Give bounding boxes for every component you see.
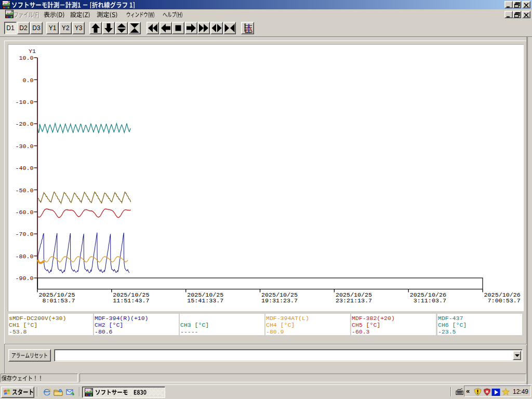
svg-text:23:21:13.7: 23:21:13.7 <box>336 297 372 304</box>
svg-text:-60.0: -60.0 <box>15 209 33 216</box>
svg-text:-40.0: -40.0 <box>15 165 33 172</box>
svg-text:19:31:23.7: 19:31:23.7 <box>261 297 298 304</box>
svg-text:15:41:33.7: 15:41:33.7 <box>187 297 223 304</box>
svg-text:11:51:43.7: 11:51:43.7 <box>113 297 149 304</box>
svg-text:-70.0: -70.0 <box>15 231 33 238</box>
svg-text:8:01:53.7: 8:01:53.7 <box>39 297 75 304</box>
svg-text:Y1: Y1 <box>29 48 36 55</box>
svg-text:-80.0: -80.0 <box>15 253 33 260</box>
svg-text:10.0: 10.0 <box>19 55 33 62</box>
svg-text:7:00:53.7: 7:00:53.7 <box>484 297 521 304</box>
svg-text:3:11:03.7: 3:11:03.7 <box>410 297 446 304</box>
svg-text:-50.0: -50.0 <box>15 187 33 194</box>
svg-text:-30.0: -30.0 <box>15 143 33 150</box>
svg-text:-10.0: -10.0 <box>15 99 33 106</box>
svg-text:-20.0: -20.0 <box>15 121 33 128</box>
svg-text:-90.0: -90.0 <box>15 275 33 282</box>
svg-text:0.0: 0.0 <box>22 77 33 84</box>
